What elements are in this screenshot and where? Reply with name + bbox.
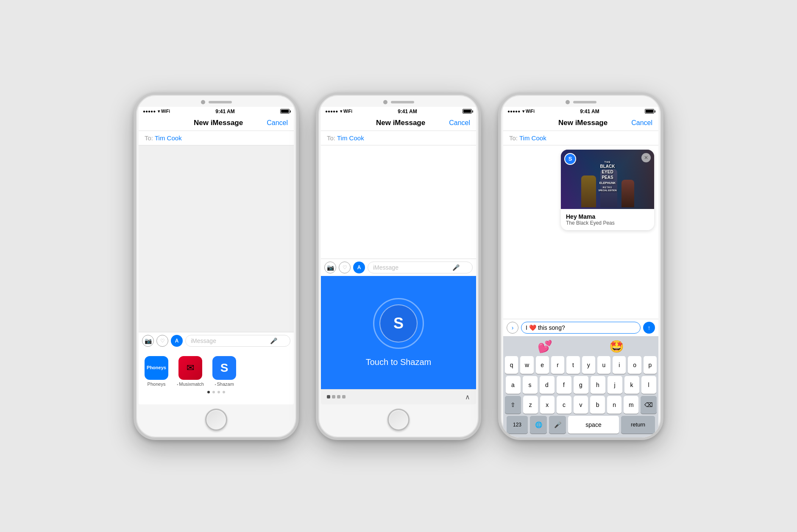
page-dot-1 bbox=[207, 391, 210, 393]
nav-title-1: New iMessage bbox=[194, 119, 243, 127]
delete-key[interactable]: ⌫ bbox=[641, 396, 657, 414]
status-bar-3: ●●●●● ▾ WiFi 9:41 AM bbox=[503, 107, 658, 116]
key-t[interactable]: t bbox=[566, 356, 580, 374]
app-shazam-drawer[interactable]: S Shazam bbox=[212, 356, 236, 387]
key-w[interactable]: w bbox=[520, 356, 533, 374]
nav-bar-3: New iMessage Cancel bbox=[503, 116, 658, 131]
appstore-icon-2[interactable]: A bbox=[353, 262, 365, 273]
key-r[interactable]: r bbox=[551, 356, 564, 374]
to-contact-3[interactable]: Tim Cook bbox=[519, 134, 546, 142]
return-key[interactable]: return bbox=[621, 416, 655, 434]
heart-icon-1[interactable]: ♡ bbox=[156, 335, 168, 347]
mic-key[interactable]: 🎤 bbox=[549, 416, 566, 434]
key-d[interactable]: d bbox=[540, 376, 555, 394]
shazam-icon-symbol: S bbox=[220, 361, 229, 375]
home-button-area-2 bbox=[318, 404, 479, 437]
front-camera-2 bbox=[383, 100, 387, 104]
heart-icon-2[interactable]: ♡ bbox=[339, 262, 351, 273]
key-q[interactable]: q bbox=[505, 356, 518, 374]
message-input-3[interactable]: I ❤️ this song? bbox=[521, 322, 641, 334]
key-m[interactable]: m bbox=[624, 396, 638, 414]
status-bar-1: ●●●●● ▾ WiFi 9:41 AM bbox=[139, 107, 294, 116]
heart-emoji: ❤️ bbox=[529, 324, 536, 331]
to-field-1: To: Tim Cook bbox=[139, 131, 294, 145]
expand-button[interactable]: › bbox=[507, 322, 518, 334]
key-f[interactable]: f bbox=[557, 376, 571, 394]
cancel-button-3[interactable]: Cancel bbox=[631, 119, 652, 127]
input-bar-msg: › I ❤️ this song? ↑ bbox=[503, 319, 658, 336]
key-j[interactable]: j bbox=[608, 376, 622, 394]
key-k[interactable]: k bbox=[624, 376, 639, 394]
battery-area-2 bbox=[463, 109, 472, 114]
shazam-label: Shazam bbox=[215, 382, 234, 387]
key-row-4: 123 🌐 🎤 space return bbox=[505, 416, 657, 434]
camera-icon-2[interactable]: 📷 bbox=[324, 262, 336, 273]
message-body-2 bbox=[321, 145, 476, 259]
key-z[interactable]: z bbox=[523, 396, 538, 414]
home-button-2[interactable] bbox=[387, 409, 410, 431]
song-info: Hey Mama The Black Eyed Peas bbox=[561, 209, 654, 230]
camera-icon-1[interactable]: 📷 bbox=[142, 335, 154, 347]
to-contact-2[interactable]: Tim Cook bbox=[337, 134, 364, 142]
key-c[interactable]: c bbox=[557, 396, 571, 414]
app-musixmatch[interactable]: ✉ Musixmatch bbox=[177, 356, 204, 387]
key-s[interactable]: s bbox=[523, 376, 538, 394]
numbers-key[interactable]: 123 bbox=[507, 416, 528, 434]
d-dot-4 bbox=[342, 395, 346, 398]
home-button-1[interactable] bbox=[205, 409, 227, 431]
shazam-panel[interactable]: S Touch to Shazam bbox=[321, 276, 476, 389]
key-e[interactable]: e bbox=[536, 356, 549, 374]
wifi-icon-3: ▾ WiFi bbox=[522, 109, 535, 114]
nav-bar-2: New iMessage Cancel bbox=[321, 116, 476, 131]
page-dots-1 bbox=[145, 387, 288, 398]
cancel-button-1[interactable]: Cancel bbox=[267, 119, 288, 127]
key-v[interactable]: v bbox=[574, 396, 588, 414]
speaker-3 bbox=[573, 101, 596, 103]
nav-bar-1: New iMessage Cancel bbox=[139, 116, 294, 131]
clock-2: 9:41 AM bbox=[398, 109, 417, 114]
shazam-touch-label: Touch to Shazam bbox=[366, 357, 432, 367]
key-x[interactable]: x bbox=[540, 396, 555, 414]
shift-key[interactable]: ⇧ bbox=[505, 396, 521, 414]
space-key[interactable]: space bbox=[568, 416, 619, 434]
signal-area-3: ●●●●● ▾ WiFi bbox=[507, 109, 535, 114]
d-dot-3 bbox=[337, 395, 340, 398]
close-badge[interactable]: ✕ bbox=[641, 153, 651, 162]
key-y[interactable]: y bbox=[582, 356, 595, 374]
emoji-suggestion-row: 💕 🤩 bbox=[505, 340, 657, 354]
globe-key[interactable]: 🌐 bbox=[530, 416, 547, 434]
input-placeholder-2: iMessage bbox=[373, 264, 452, 271]
key-p[interactable]: p bbox=[644, 356, 657, 374]
key-o[interactable]: o bbox=[628, 356, 641, 374]
page-dot-3 bbox=[217, 391, 220, 393]
key-h[interactable]: h bbox=[591, 376, 605, 394]
phone-top-bar-2 bbox=[318, 95, 479, 107]
appstore-icon-1[interactable]: A bbox=[171, 335, 183, 347]
emoji-hearts[interactable]: 💕 bbox=[538, 340, 552, 354]
key-i[interactable]: i bbox=[613, 356, 626, 374]
send-button[interactable]: ↑ bbox=[643, 322, 655, 334]
message-text-i: I bbox=[526, 324, 527, 331]
app-phoneys[interactable]: Phoneys Phoneys bbox=[145, 356, 168, 387]
key-n[interactable]: n bbox=[607, 396, 622, 414]
shazam-circle-inner: S bbox=[379, 304, 418, 343]
key-l[interactable]: l bbox=[641, 376, 656, 394]
drawer-dots-row: ∧ bbox=[321, 389, 476, 404]
chevron-up-icon[interactable]: ∧ bbox=[465, 393, 470, 401]
cancel-button-2[interactable]: Cancel bbox=[449, 119, 470, 127]
key-u[interactable]: u bbox=[597, 356, 610, 374]
key-b[interactable]: b bbox=[590, 396, 605, 414]
input-placeholder-1: iMessage bbox=[191, 337, 270, 344]
to-field-2: To: Tim Cook bbox=[321, 131, 476, 145]
message-input-1[interactable]: iMessage 🎤 bbox=[185, 335, 290, 347]
message-input-2[interactable]: iMessage 🎤 bbox=[368, 262, 473, 273]
song-artist: The Black Eyed Peas bbox=[566, 220, 649, 226]
shazam-circle-outer: S bbox=[373, 298, 424, 349]
key-a[interactable]: a bbox=[506, 376, 521, 394]
keyboard: 💕 🤩 q w e r t y u i o p a s d f bbox=[503, 336, 658, 437]
battery-area-1 bbox=[280, 109, 290, 114]
emoji-star-face[interactable]: 🤩 bbox=[609, 340, 624, 354]
key-g[interactable]: g bbox=[574, 376, 588, 394]
mic-icon-1: 🎤 bbox=[270, 337, 277, 344]
to-contact-1[interactable]: Tim Cook bbox=[155, 134, 182, 142]
